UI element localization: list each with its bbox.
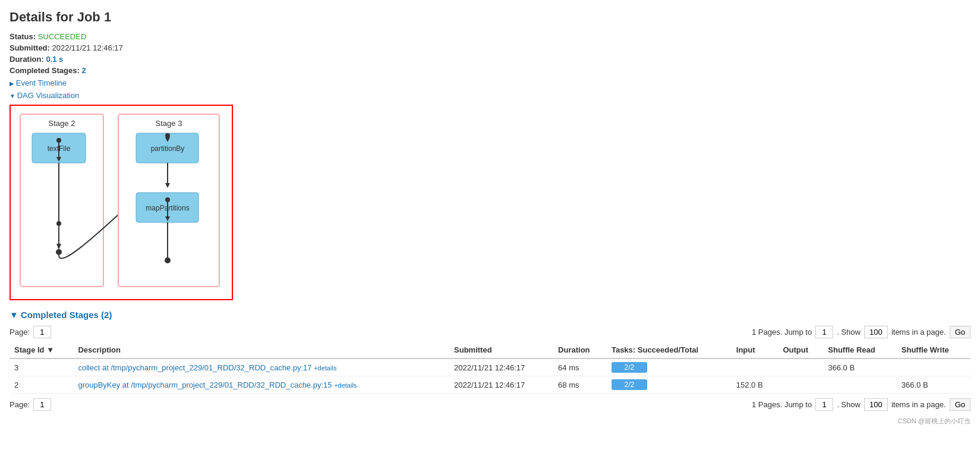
dag-visualization-link[interactable]: DAG Visualization xyxy=(10,91,970,100)
cell-submitted: 2022/11/21 12:46:17 xyxy=(449,376,553,394)
pages-info-top: 1 Pages. Jump to xyxy=(752,328,812,336)
cell-output xyxy=(778,376,823,394)
details-link[interactable]: +details xyxy=(314,364,336,372)
event-timeline-link[interactable]: Event Timeline xyxy=(10,78,970,87)
cell-output xyxy=(778,358,823,376)
table-header-row: Stage Id ▼ Description Submitted Duratio… xyxy=(10,342,970,358)
cell-duration: 64 ms xyxy=(553,358,607,376)
cell-shuffle-write xyxy=(897,358,970,376)
jump-input-top[interactable] xyxy=(815,326,833,338)
col-shuffle-write[interactable]: Shuffle Write xyxy=(897,342,970,358)
submitted-label: Submitted: xyxy=(10,43,50,52)
completed-stages-label: Completed Stages: xyxy=(10,66,80,75)
duration-label: Duration: xyxy=(10,55,44,64)
svg-point-11 xyxy=(56,249,62,255)
cell-tasks: 2/2 xyxy=(607,376,732,394)
cell-stage-id: 2 xyxy=(10,376,73,394)
table-row: 3 collect at /tmp/pycharm_project_229/01… xyxy=(10,358,970,376)
cell-submitted: 2022/11/21 12:46:17 xyxy=(449,358,553,376)
page-label-bottom: Page: xyxy=(10,400,30,409)
pagination-right-bottom: 1 Pages. Jump to . Show items in a page.… xyxy=(752,398,970,411)
cell-description: groupByKey at /tmp/pycharm_project_229/0… xyxy=(73,376,449,394)
col-description[interactable]: Description xyxy=(73,342,449,358)
svg-point-17 xyxy=(165,133,170,138)
svg-point-22 xyxy=(165,197,170,202)
duration-row: Duration: 0.1 s xyxy=(10,55,970,64)
tasks-progress: 2/2 xyxy=(612,379,647,390)
items-label-top: items in a page. xyxy=(891,328,946,336)
cell-tasks: 2/2 xyxy=(607,358,732,376)
show-input-top[interactable] xyxy=(864,326,888,338)
status-value: SUCCEEDED xyxy=(38,32,87,41)
cell-stage-id: 3 xyxy=(10,358,73,376)
submitted-value: 2022/11/21 12:46:17 xyxy=(52,43,123,52)
status-row: Status: SUCCEEDED xyxy=(10,32,970,41)
col-duration[interactable]: Duration xyxy=(553,342,607,358)
col-input[interactable]: Input xyxy=(732,342,779,358)
dag-visualization: Stage 2 textFile Stage 3 xyxy=(10,105,970,300)
show-label-bottom: . Show xyxy=(837,400,861,409)
cell-input: 152.0 B xyxy=(732,376,779,394)
cell-shuffle-read xyxy=(823,376,897,394)
pagination-top: Page: 1 Pages. Jump to . Show items in a… xyxy=(10,326,970,338)
col-submitted[interactable]: Submitted xyxy=(449,342,553,358)
page-label-top: Page: xyxy=(10,328,30,336)
col-shuffle-read[interactable]: Shuffle Read xyxy=(823,342,897,358)
page-input-bottom[interactable] xyxy=(33,398,51,411)
cell-description: collect at /tmp/pycharm_project_229/01_R… xyxy=(73,358,449,376)
go-button-bottom[interactable]: Go xyxy=(950,398,970,411)
items-label-bottom: items in a page. xyxy=(891,400,946,409)
pagination-right-top: 1 Pages. Jump to . Show items in a page.… xyxy=(752,326,970,338)
pagination-bottom: Page: 1 Pages. Jump to . Show items in a… xyxy=(10,398,970,411)
svg-point-4 xyxy=(56,138,61,143)
show-input-bottom[interactable] xyxy=(864,398,888,411)
description-link[interactable]: groupByKey at /tmp/pycharm_project_229/0… xyxy=(78,380,332,389)
col-tasks[interactable]: Tasks: Succeeded/Total xyxy=(607,342,732,358)
cell-duration: 68 ms xyxy=(553,376,607,394)
pages-info-bottom: 1 Pages. Jump to xyxy=(752,400,812,409)
col-output[interactable]: Output xyxy=(778,342,823,358)
duration-value: 0.1 s xyxy=(46,55,63,64)
svg-point-8 xyxy=(56,221,61,226)
details-link[interactable]: +details xyxy=(334,382,357,389)
cell-input xyxy=(732,358,779,376)
col-stage-id[interactable]: Stage Id ▼ xyxy=(10,342,73,358)
completed-stages-value: 2 xyxy=(81,66,86,75)
cell-shuffle-write: 366.0 B xyxy=(897,376,970,394)
svg-text:Stage 3: Stage 3 xyxy=(156,119,182,128)
go-button-top[interactable]: Go xyxy=(950,326,970,338)
completed-stages-section-title[interactable]: ▼ Completed Stages (2) xyxy=(10,310,970,320)
svg-point-26 xyxy=(165,257,171,263)
status-label: Status: xyxy=(10,32,36,41)
table-row: 2 groupByKey at /tmp/pycharm_project_229… xyxy=(10,376,970,394)
show-label-top: . Show xyxy=(837,328,861,336)
tasks-progress: 2/2 xyxy=(612,362,647,373)
completed-stages-row: Completed Stages: 2 xyxy=(10,66,970,75)
watermark: CSDN @留桃上的小叮当 xyxy=(10,417,970,426)
stages-table: Stage Id ▼ Description Submitted Duratio… xyxy=(10,342,970,394)
description-link[interactable]: collect at /tmp/pycharm_project_229/01_R… xyxy=(78,363,311,372)
page-title: Details for Job 1 xyxy=(10,10,970,25)
svg-text:partitionBy: partitionBy xyxy=(151,144,185,153)
section-arrow: ▼ xyxy=(10,310,21,320)
cell-shuffle-read: 366.0 B xyxy=(823,358,897,376)
dag-svg: Stage 2 textFile Stage 3 xyxy=(14,109,228,294)
page-input-top[interactable] xyxy=(33,326,51,338)
svg-text:Stage 2: Stage 2 xyxy=(49,119,75,128)
submitted-row: Submitted: 2022/11/21 12:46:17 xyxy=(10,43,970,52)
jump-input-bottom[interactable] xyxy=(815,398,833,411)
